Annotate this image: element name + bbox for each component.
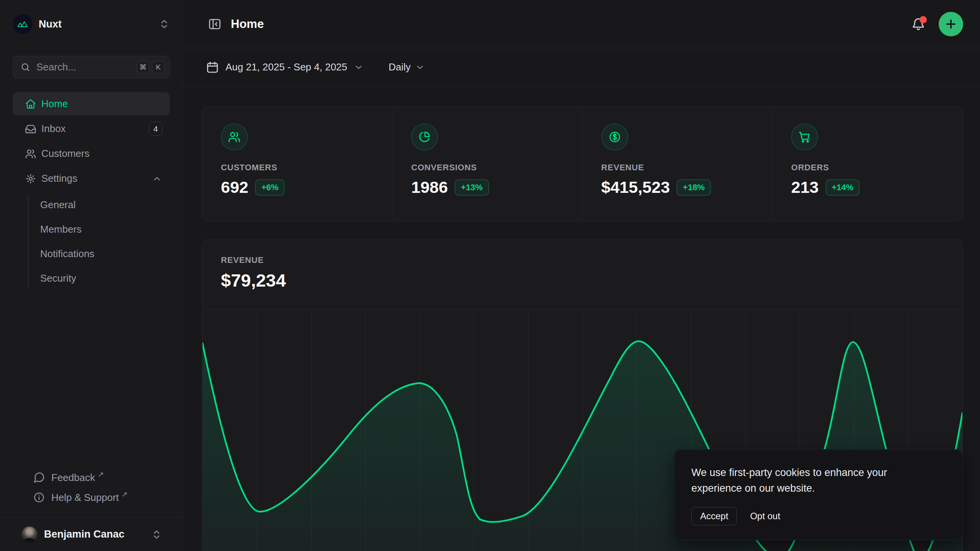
chevron-down-icon — [353, 62, 364, 73]
chat-bubble-icon — [33, 471, 45, 484]
feedback-label: Feedback — [51, 472, 95, 484]
chevron-up-down-icon — [151, 529, 162, 540]
calendar-icon — [206, 60, 219, 74]
panel-collapse-icon — [207, 17, 222, 31]
date-range-button[interactable]: Aug 21, 2025 - Sep 4, 2025 — [206, 60, 364, 74]
external-link-icon: ↗ — [98, 470, 104, 478]
date-range-label: Aug 21, 2025 - Sep 4, 2025 — [225, 61, 347, 73]
stats-card: CUSTOMERS 692 +6% CONVERSIONS 1986 +13% — [202, 106, 963, 221]
stat-conversions: CONVERSIONS 1986 +13% — [392, 107, 582, 221]
info-icon — [33, 491, 45, 504]
granularity-label: Daily — [389, 61, 411, 73]
sidebar-footer: Feedback ↗ Help & Support ↗ — [13, 468, 170, 517]
stat-value: 213 — [791, 178, 819, 197]
chevron-up-icon[interactable] — [152, 173, 162, 184]
filter-bar: Aug 21, 2025 - Sep 4, 2025 Daily — [183, 48, 980, 86]
help-support-link[interactable]: Help & Support ↗ — [25, 487, 157, 507]
sidebar-item-label: Inbox — [41, 123, 66, 135]
search-bar[interactable]: ⌘ K — [13, 56, 170, 78]
opt-out-button[interactable]: Opt out — [750, 511, 780, 522]
add-button[interactable] — [939, 12, 963, 36]
brand-name: Nuxt — [39, 18, 62, 30]
settings-subnav: General Members Notifications Security — [13, 193, 170, 290]
stat-delta-badge: +18% — [677, 179, 711, 196]
search-input[interactable] — [36, 61, 134, 73]
users-icon — [25, 148, 36, 160]
external-link-icon: ↗ — [121, 490, 127, 498]
search-icon — [20, 62, 31, 72]
unread-dot — [920, 16, 927, 23]
chart-title: REVENUE — [221, 255, 944, 265]
stat-label: ORDERS — [791, 163, 944, 173]
sidebar-item-general[interactable]: General — [13, 193, 170, 216]
cookie-banner: We use first-party cookies to enhance yo… — [674, 449, 963, 540]
nuxt-logo-icon — [13, 14, 33, 34]
stat-value: 692 — [221, 178, 248, 197]
stat-delta-badge: +13% — [455, 179, 489, 196]
sidebar-item-settings[interactable]: Settings — [13, 167, 170, 190]
inbox-count-badge: 4 — [149, 122, 162, 136]
sidebar-item-home[interactable]: Home — [13, 92, 170, 116]
page-title: Home — [231, 17, 264, 31]
shopping-cart-icon — [791, 124, 818, 150]
stat-customers: CUSTOMERS 692 +6% — [203, 107, 392, 221]
users-icon — [221, 124, 248, 150]
plus-icon — [944, 17, 958, 31]
page-header: Home — [183, 0, 980, 48]
sidebar-collapse-button[interactable] — [206, 15, 224, 33]
stat-label: CUSTOMERS — [221, 163, 374, 173]
home-icon — [25, 98, 36, 110]
sidebar-item-notifications[interactable]: Notifications — [13, 242, 170, 265]
chevron-down-icon — [415, 62, 425, 73]
gear-icon — [25, 173, 36, 184]
feedback-link[interactable]: Feedback ↗ — [25, 468, 157, 487]
stat-value: $415,523 — [601, 178, 670, 197]
workspace-switcher[interactable]: Nuxt — [13, 14, 170, 34]
granularity-select[interactable]: Daily — [389, 61, 425, 73]
chevron-up-down-icon — [158, 18, 170, 30]
user-menu[interactable]: Benjamin Canac — [0, 517, 183, 551]
help-support-label: Help & Support — [51, 492, 119, 504]
stat-delta-badge: +6% — [255, 179, 285, 196]
inbox-icon — [25, 123, 36, 135]
dollar-circle-icon — [601, 124, 628, 150]
pie-chart-icon — [411, 124, 438, 150]
sidebar-item-label: Settings — [41, 173, 77, 184]
sidebar-item-customers[interactable]: Customers — [13, 142, 170, 165]
sidebar-nav: Home Inbox 4 Customers — [13, 92, 170, 290]
sidebar-item-members[interactable]: Members — [13, 218, 170, 241]
kbd-cmd: ⌘ — [137, 61, 149, 73]
chart-total-value: $79,234 — [221, 270, 944, 291]
sidebar: Nuxt ⌘ K Home — [0, 0, 183, 551]
stat-orders: ORDERS 213 +14% — [773, 107, 962, 221]
stat-delta-badge: +14% — [826, 179, 860, 196]
cookie-message: We use first-party cookies to enhance yo… — [691, 465, 913, 496]
sidebar-item-label: Customers — [41, 148, 90, 160]
sidebar-item-inbox[interactable]: Inbox 4 — [13, 117, 170, 140]
stat-revenue: REVENUE $415,523 +18% — [583, 107, 773, 221]
stat-label: REVENUE — [601, 163, 754, 173]
notifications-button[interactable] — [910, 15, 927, 33]
avatar — [21, 527, 38, 543]
stat-label: CONVERSIONS — [411, 163, 564, 173]
sidebar-item-label: Home — [41, 98, 68, 110]
user-name: Benjamin Canac — [44, 528, 124, 540]
accept-button[interactable]: Accept — [691, 507, 737, 525]
sidebar-item-security[interactable]: Security — [13, 267, 170, 290]
kbd-k: K — [152, 61, 165, 73]
stat-value: 1986 — [411, 178, 448, 197]
